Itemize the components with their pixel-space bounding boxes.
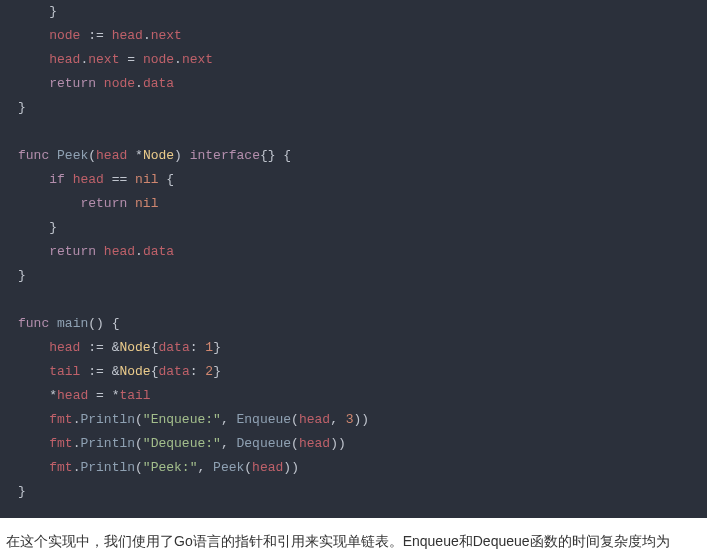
code-token: data	[143, 76, 174, 91]
code-token: 2	[205, 364, 213, 379]
code-token: (	[244, 460, 252, 475]
code-token: ))	[330, 436, 346, 451]
code-token: }	[49, 220, 57, 235]
code-token: 1	[205, 340, 213, 355]
code-token: Dequeue	[236, 436, 291, 451]
code-line: head.next = node.next	[18, 48, 689, 72]
code-token: head	[49, 340, 80, 355]
code-line: return nil	[18, 192, 689, 216]
code-token: }	[18, 100, 26, 115]
code-line: fmt.Println("Peek:", Peek(head))	[18, 456, 689, 480]
code-token: head	[57, 388, 88, 403]
code-token: *	[127, 148, 143, 163]
code-token: (	[291, 436, 299, 451]
code-token: Node	[119, 364, 150, 379]
code-token: interface	[190, 148, 260, 163]
code-line: }	[18, 0, 689, 24]
code-token: :	[190, 364, 206, 379]
code-token: fmt	[49, 460, 72, 475]
code-token: .	[135, 76, 143, 91]
code-token: next	[88, 52, 119, 67]
code-token: node	[49, 28, 80, 43]
code-line: head := &Node{data: 1}	[18, 336, 689, 360]
code-token: (	[88, 148, 96, 163]
code-token	[49, 148, 57, 163]
code-token: main	[57, 316, 88, 331]
code-line: }	[18, 216, 689, 240]
code-token: func	[18, 148, 49, 163]
code-token: }	[213, 340, 221, 355]
code-token: *	[49, 388, 57, 403]
code-token: next	[182, 52, 213, 67]
code-token: next	[151, 28, 182, 43]
code-token: return	[49, 244, 96, 259]
code-token	[127, 196, 135, 211]
code-line: tail := &Node{data: 2}	[18, 360, 689, 384]
code-token: =	[119, 52, 142, 67]
code-token: Println	[80, 460, 135, 475]
code-token: Peek	[213, 460, 244, 475]
code-token: head	[299, 436, 330, 451]
code-token: head	[73, 172, 104, 187]
code-token	[96, 244, 104, 259]
code-token: )	[174, 148, 190, 163]
code-token: :	[190, 340, 206, 355]
explanation-text: 在这个实现中，我们使用了Go语言的指针和引用来实现单链表。Enqueue和Deq…	[6, 533, 686, 549]
code-token: {	[158, 172, 174, 187]
code-token: ,	[221, 436, 237, 451]
code-token: head	[96, 148, 127, 163]
explanation-paragraph: 在这个实现中，我们使用了Go语言的指针和引用来实现单链表。Enqueue和Deq…	[0, 518, 707, 549]
code-token: node	[143, 52, 174, 67]
code-token: ,	[330, 412, 346, 427]
code-token: .	[174, 52, 182, 67]
code-token: return	[49, 76, 96, 91]
code-token	[18, 292, 26, 307]
code-token: (	[291, 412, 299, 427]
code-token: ,	[221, 412, 237, 427]
code-token: := &	[80, 364, 119, 379]
code-token: "Enqueue:"	[143, 412, 221, 427]
code-token: Println	[80, 412, 135, 427]
code-token: Peek	[57, 148, 88, 163]
code-line: }	[18, 480, 689, 504]
code-token: "Dequeue:"	[143, 436, 221, 451]
code-token: 3	[346, 412, 354, 427]
code-token	[49, 316, 57, 331]
code-token: () {	[88, 316, 119, 331]
code-token: tail	[49, 364, 80, 379]
code-token: nil	[135, 196, 158, 211]
code-token: ))	[283, 460, 299, 475]
code-token: }	[49, 4, 57, 19]
code-block: } node := head.next head.next = node.nex…	[0, 0, 707, 518]
code-token: (	[135, 436, 143, 451]
code-token: Node	[143, 148, 174, 163]
code-token: .	[143, 28, 151, 43]
code-line: fmt.Println("Enqueue:", Enqueue(head, 3)…	[18, 408, 689, 432]
code-line: }	[18, 96, 689, 120]
code-token: :=	[80, 28, 111, 43]
code-token	[96, 76, 104, 91]
code-line: node := head.next	[18, 24, 689, 48]
code-token: head	[104, 244, 135, 259]
code-token: node	[104, 76, 135, 91]
code-line: *head = *tail	[18, 384, 689, 408]
code-token: Enqueue	[236, 412, 291, 427]
code-token: }	[18, 484, 26, 499]
code-token: head	[299, 412, 330, 427]
code-token: nil	[135, 172, 158, 187]
code-line	[18, 120, 689, 144]
code-token: if	[49, 172, 65, 187]
code-token: }	[213, 364, 221, 379]
code-line: func main() {	[18, 312, 689, 336]
code-line: if head == nil {	[18, 168, 689, 192]
code-line: }	[18, 264, 689, 288]
code-token: head	[49, 52, 80, 67]
code-token: head	[112, 28, 143, 43]
code-token: func	[18, 316, 49, 331]
code-token: tail	[119, 388, 150, 403]
code-token: "Peek:"	[143, 460, 198, 475]
code-token: := &	[80, 340, 119, 355]
code-token	[65, 172, 73, 187]
code-token: ))	[354, 412, 370, 427]
code-token	[18, 124, 26, 139]
